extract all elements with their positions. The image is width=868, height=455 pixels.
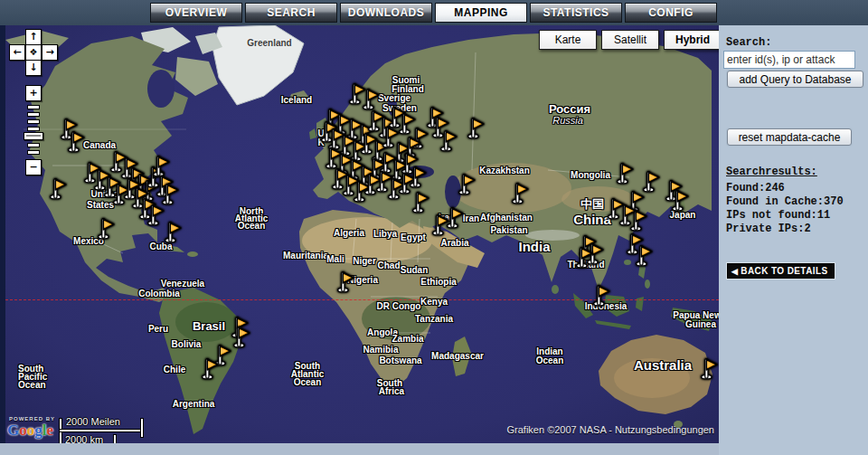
flag-marker[interactable] — [635, 244, 654, 267]
tab-downloads[interactable]: DOWNLOADS — [340, 3, 432, 23]
flag-marker[interactable] — [671, 189, 690, 212]
zoom-slider-tick[interactable] — [27, 119, 40, 124]
tab-mapping[interactable]: MAPPING — [435, 3, 527, 23]
map-label: Niger — [353, 256, 376, 266]
map-label: DR Congo — [377, 301, 421, 311]
world-map[interactable]: GreenlandIcelandSuomiFinlandSverigeSwede… — [5, 25, 719, 443]
flag-marker[interactable] — [164, 221, 183, 243]
zoom-slider-handle[interactable] — [24, 132, 43, 140]
flag-marker[interactable] — [511, 182, 530, 204]
map-label: Mauritania — [283, 251, 328, 261]
zoom-slider-tick[interactable] — [27, 127, 40, 131]
pan-right-button[interactable]: → — [42, 44, 58, 61]
result-line: Private IPs:2 — [726, 223, 844, 236]
map-label: Ethiopia — [420, 277, 456, 287]
back-button-label: BACK TO DETAILS — [741, 266, 827, 276]
zoom-slider-tick[interactable] — [27, 143, 40, 147]
map-label: Ocean — [238, 221, 266, 231]
map-label: Brasil — [193, 319, 225, 333]
flag-marker[interactable] — [201, 357, 220, 380]
google-logo-letter: e — [46, 422, 53, 439]
map-label: Kazakhstan — [479, 166, 530, 175]
map-label: Peru — [148, 324, 168, 334]
map-label: Africa — [379, 386, 404, 396]
map-label: Libya — [373, 229, 397, 239]
flag-marker[interactable] — [146, 204, 165, 226]
flag-marker[interactable] — [362, 88, 381, 110]
flag-marker[interactable] — [49, 177, 68, 200]
tab-bar: OVERVIEWSEARCHDOWNLOADSMAPPINGSTATISTICS… — [150, 3, 717, 23]
map-label: India — [518, 239, 550, 254]
flag-marker[interactable] — [439, 129, 458, 152]
flag-marker[interactable] — [592, 284, 611, 307]
flag-marker[interactable] — [232, 326, 251, 348]
search-input[interactable] — [723, 51, 855, 69]
map-label: Pakistan — [490, 225, 527, 235]
pan-left-button[interactable]: ← — [9, 44, 25, 61]
maptype-karte-button[interactable]: Karte — [539, 30, 597, 50]
tab-config[interactable]: CONFIG — [625, 3, 717, 23]
flag-marker[interactable] — [336, 270, 355, 293]
google-logo-letter: g — [34, 422, 42, 439]
flag-marker[interactable] — [700, 357, 719, 380]
scale-bar — [114, 435, 116, 443]
map-label: Ocean — [294, 377, 322, 387]
map-label: Bolivia — [172, 339, 202, 349]
tab-search[interactable]: SEARCH — [245, 3, 337, 23]
map-label: Venezuela — [161, 279, 204, 289]
top-nav-bar: OVERVIEWSEARCHDOWNLOADSMAPPINGSTATISTICS… — [0, 0, 868, 25]
map-label: Namibia — [363, 345, 399, 355]
google-logo-letter: o — [27, 422, 35, 439]
zoom-in-button[interactable]: + — [25, 85, 42, 101]
flag-marker[interactable] — [123, 177, 142, 200]
map-label: Iran — [463, 213, 479, 223]
flag-marker[interactable] — [616, 162, 635, 185]
map-label: Zambia — [392, 334, 423, 344]
result-line: Found:246 — [726, 182, 844, 195]
map-label: Sverige — [378, 93, 410, 103]
flag-marker[interactable] — [161, 183, 180, 205]
pan-center-button[interactable]: ❖ — [25, 44, 42, 61]
map-label: Guinea — [685, 319, 716, 329]
map-attribution: Grafiken ©2007 NASA - Nutzungsbedingunge… — [507, 424, 714, 435]
map-label: Ocean — [18, 380, 46, 390]
flag-marker[interactable] — [575, 246, 594, 269]
zoom-out-button[interactable]: − — [25, 159, 42, 175]
flag-marker[interactable] — [97, 217, 116, 240]
result-line: IPs not found:11 — [726, 209, 844, 223]
scale-bar — [60, 430, 143, 431]
flag-marker[interactable] — [458, 173, 476, 195]
flag-marker[interactable] — [467, 117, 486, 139]
flag-marker[interactable] — [618, 204, 637, 226]
scale-km-label: 2000 km — [65, 434, 103, 443]
add-query-button[interactable]: add Query to Database — [727, 71, 863, 88]
pan-down-button[interactable]: ↓ — [25, 60, 42, 76]
map-label: Madagascar — [431, 351, 484, 361]
map-label: Australia — [634, 357, 692, 373]
zoom-slider-tick[interactable] — [27, 150, 40, 155]
scale-bar — [141, 419, 143, 437]
flag-marker[interactable] — [409, 166, 428, 188]
flag-marker[interactable] — [411, 191, 430, 213]
maptype-hybrid-button[interactable]: Hybrid — [664, 30, 719, 50]
map-label: Egypt — [401, 232, 426, 242]
zoom-slider-tick[interactable] — [27, 105, 40, 109]
back-to-details-button[interactable]: ◀BACK TO DETAILS — [727, 263, 835, 279]
result-line: Found in Cache:370 — [726, 195, 844, 209]
maptype-satellit-button[interactable]: Satellit — [601, 30, 659, 50]
search-results-title: Searchresults: — [726, 166, 817, 178]
map-label: Tanzania — [415, 314, 453, 324]
zoom-slider-tick[interactable] — [27, 112, 40, 117]
map-label: Ocean — [536, 355, 564, 365]
reset-mapdata-cache-button[interactable]: reset mapdata-cache — [727, 128, 852, 146]
flag-marker[interactable] — [67, 130, 86, 153]
pan-up-button[interactable]: ↑ — [25, 29, 42, 45]
search-label: Search: — [726, 36, 771, 49]
map-label: States — [87, 200, 114, 210]
google-logo: Google — [7, 422, 53, 440]
tab-statistics[interactable]: STATISTICS — [530, 3, 622, 23]
sidebar: Search: add Query to Database reset mapd… — [719, 25, 868, 455]
flag-marker[interactable] — [431, 213, 450, 236]
map-label: 中国 — [580, 196, 604, 213]
tab-overview[interactable]: OVERVIEW — [150, 3, 242, 23]
